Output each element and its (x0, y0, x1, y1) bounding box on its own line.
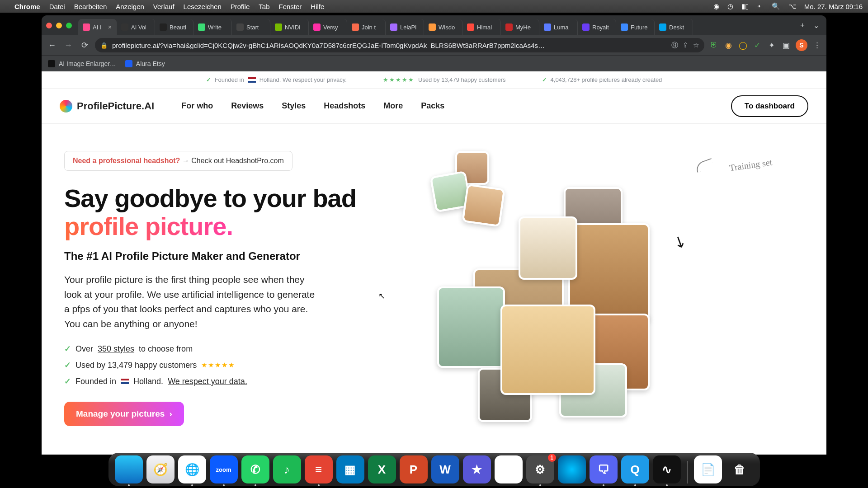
promo-banner[interactable]: Need a professional headshot? → Check ou… (64, 151, 292, 171)
browser-tab[interactable]: Versy (309, 19, 347, 35)
window-maximize-button[interactable] (66, 23, 72, 28)
dock-app-drive[interactable]: ▲ (495, 455, 523, 483)
extension-shield-icon[interactable]: ⛨ (709, 41, 719, 50)
tab-favicon (160, 23, 167, 31)
browser-tab[interactable]: Himal (462, 19, 501, 35)
nav-reviews[interactable]: Reviews (231, 101, 264, 111)
dock-app-chrome[interactable]: 🌐 (178, 455, 206, 483)
dock-app-safari[interactable]: 🧭 (146, 455, 175, 483)
dock-app-spotify[interactable]: ♪ (273, 455, 301, 483)
browser-tab[interactable]: NVIDI (270, 19, 309, 35)
browser-tab[interactable]: Luma (539, 19, 578, 35)
wifi-icon[interactable]: ᯤ (757, 3, 764, 10)
menubar-clock[interactable]: Mo. 27. März 09:16 (804, 3, 863, 10)
promo-highlight: Need a professional headshot? (73, 157, 180, 164)
bookmarks-bar: AI Image Enlarger… Alura Etsy (42, 55, 826, 71)
browser-tab[interactable]: Write (193, 19, 232, 35)
browser-tab[interactable]: LeiaPi (386, 19, 424, 35)
profile-avatar[interactable]: S (796, 39, 807, 51)
bookmark-alura-etsy[interactable]: Alura Etsy (125, 60, 165, 67)
stopwatch-icon[interactable]: ◷ (727, 2, 733, 10)
nav-packs[interactable]: Packs (421, 101, 444, 111)
forward-button[interactable]: → (62, 39, 74, 51)
tab-label: Deskt (669, 24, 684, 31)
back-button[interactable]: ← (46, 39, 58, 51)
to-dashboard-button[interactable]: To dashboard (731, 95, 808, 117)
menu-hilfe[interactable]: Hilfe (311, 3, 324, 10)
menu-bearbeiten[interactable]: Bearbeiten (74, 3, 107, 10)
browser-tab[interactable]: Deskt (655, 19, 693, 35)
control-center-icon[interactable]: ⌥ (788, 2, 796, 10)
nav-more[interactable]: More (383, 101, 403, 111)
extension-icon-3[interactable]: ✓ (752, 41, 762, 50)
browser-tab[interactable]: AI I× (78, 19, 117, 35)
dock-app-voice[interactable]: ∿ (653, 455, 681, 483)
check-icon: ✓ (64, 344, 71, 354)
chrome-menu-icon[interactable]: ⋮ (812, 41, 822, 50)
address-bar[interactable]: 🔒 profilepicture.ai/?via=hai&gclid=Cj0KC… (95, 38, 704, 52)
sidepanel-icon[interactable]: ▣ (781, 41, 791, 50)
menu-profile[interactable]: Profile (231, 3, 250, 10)
dock-trash[interactable]: 🗑 (726, 455, 754, 483)
translate-icon[interactable]: ⓖ (671, 41, 678, 50)
dock-app-todoist[interactable]: ≡ (305, 455, 333, 483)
manage-pictures-button[interactable]: Manage your pictures › (64, 402, 184, 426)
site-logo[interactable]: ProfilePicture.AI (60, 100, 154, 113)
bullet-customers: ✓ Used by 13,479 happy customers ★★★★★ (64, 360, 419, 370)
dock-app-powerpoint[interactable]: P (400, 455, 428, 483)
dock-app-word[interactable]: W (431, 455, 459, 483)
record-icon[interactable]: ◉ (713, 2, 719, 10)
spotlight-icon[interactable]: 🔍 (772, 2, 780, 10)
menubar-app-name[interactable]: Chrome (14, 3, 40, 10)
tab-overflow-button[interactable]: ⌄ (809, 21, 823, 30)
window-minimize-button[interactable] (56, 23, 62, 28)
chrome-toolbar: ← → ⟳ 🔒 profilepicture.ai/?via=hai&gclid… (42, 35, 826, 55)
dock-app-discord[interactable]: 🗨 (590, 455, 618, 483)
styles-link[interactable]: 350 styles (98, 344, 134, 354)
dock-app-whatsapp[interactable]: ✆ (241, 455, 269, 483)
extensions-puzzle-icon[interactable]: ✦ (767, 41, 777, 50)
generated-photo (437, 286, 505, 368)
tab-close-icon[interactable]: × (108, 23, 112, 31)
nav-headshots[interactable]: Headshots (324, 101, 365, 111)
webpage-content: ✓ Founded in Holland. We respect your pr… (42, 71, 826, 455)
privacy-link[interactable]: We respect your data. (168, 377, 247, 386)
menu-datei[interactable]: Datei (49, 3, 65, 10)
browser-tab[interactable]: Wisdo (424, 19, 462, 35)
bookmark-ai-image-enlarger[interactable]: AI Image Enlarger… (48, 60, 116, 67)
dock-app-trello[interactable]: ▦ (336, 455, 364, 483)
extension-icon[interactable]: ◉ (723, 41, 733, 50)
dock-app-zoom[interactable]: zoom (210, 455, 238, 483)
browser-tab[interactable]: Royalt (578, 19, 616, 35)
share-icon[interactable]: ⇪ (683, 41, 689, 49)
menu-lesezeichen[interactable]: Lesezeichen (184, 3, 222, 10)
menu-fenster[interactable]: Fenster (279, 3, 302, 10)
menu-verlauf[interactable]: Verlauf (153, 3, 175, 10)
reload-button[interactable]: ⟳ (79, 39, 90, 51)
dock-app-siri[interactable] (558, 455, 586, 483)
dock-app-settings[interactable]: ⚙1 (526, 455, 554, 483)
nav-styles[interactable]: Styles (282, 101, 306, 111)
window-close-button[interactable] (46, 23, 52, 28)
dock-preview-doc[interactable]: 📄 (694, 455, 722, 483)
browser-tab[interactable]: Beauti (155, 19, 193, 35)
tab-favicon (390, 23, 397, 31)
check-icon: ✓ (64, 360, 71, 370)
browser-tab[interactable]: Future (616, 19, 655, 35)
bookmark-star-icon[interactable]: ☆ (693, 41, 699, 49)
new-tab-button[interactable]: + (796, 21, 809, 30)
nav-for-who[interactable]: For who (181, 101, 213, 111)
extension-icon-2[interactable]: ◯ (738, 41, 748, 50)
browser-tab[interactable]: MyHe (501, 19, 539, 35)
menu-anzeigen[interactable]: Anzeigen (116, 3, 144, 10)
dock-app-excel[interactable]: X (368, 455, 396, 483)
browser-tab[interactable]: Start (232, 19, 270, 35)
dock-app-imovie[interactable]: ★ (463, 455, 491, 483)
menu-tab[interactable]: Tab (259, 3, 269, 10)
browser-tab[interactable]: AI Voi (117, 19, 155, 35)
dock-app-finder[interactable] (115, 455, 143, 483)
dock-app-quicktime[interactable]: Q (621, 455, 649, 483)
training-set-label: Training set (728, 157, 773, 173)
browser-tab[interactable]: Join t (347, 19, 386, 35)
battery-icon[interactable]: ▮▯ (741, 2, 749, 10)
